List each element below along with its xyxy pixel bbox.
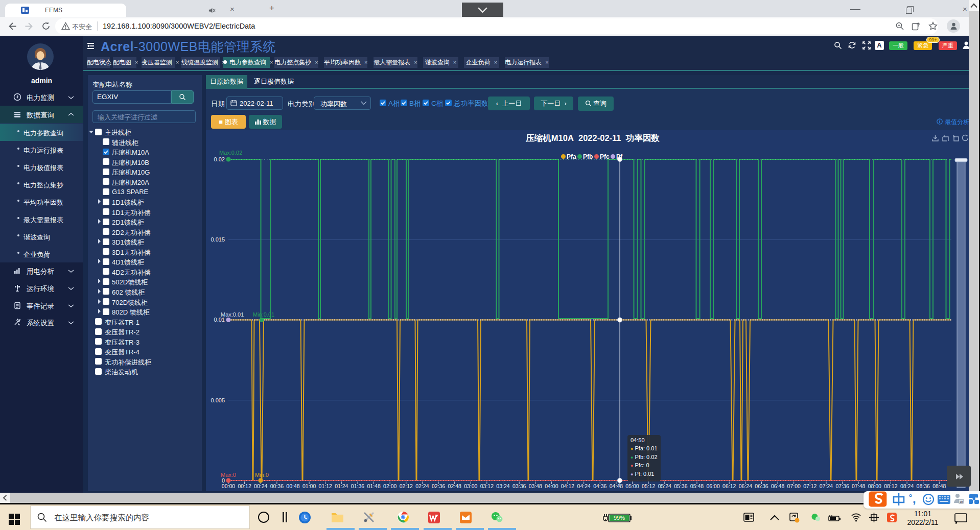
svg-text:08:12: 08:12 <box>884 483 897 489</box>
svg-text:03:00: 03:00 <box>464 483 477 489</box>
svg-text:06:24: 06:24 <box>739 483 752 489</box>
svg-text:0.005: 0.005 <box>211 397 225 403</box>
svg-text:Max:0: Max:0 <box>221 472 236 478</box>
svg-text:18: 18 <box>960 500 963 503</box>
svg-text:04:00: 04:00 <box>545 483 558 489</box>
svg-text:06:12: 06:12 <box>722 483 736 489</box>
svg-text:04:36: 04:36 <box>593 483 606 489</box>
svg-text:Min:0: Min:0 <box>255 472 269 478</box>
svg-text:Max:0.01: Max:0.01 <box>221 311 244 318</box>
svg-text:04:48: 04:48 <box>610 483 623 489</box>
svg-text:06:00: 06:00 <box>706 483 719 489</box>
svg-text:05:24: 05:24 <box>658 483 671 489</box>
svg-text:Min:0.01: Min:0.01 <box>253 311 274 318</box>
svg-text:08:48: 08:48 <box>932 483 946 489</box>
svg-text:03:12: 03:12 <box>480 483 494 489</box>
svg-text:01:00: 01:00 <box>302 483 316 489</box>
svg-text:08:24: 08:24 <box>900 483 914 489</box>
svg-text:02:12: 02:12 <box>400 483 413 489</box>
svg-text:00:12: 00:12 <box>238 483 251 489</box>
svg-text:04:24: 04:24 <box>577 483 591 489</box>
svg-text:0.015: 0.015 <box>211 236 225 243</box>
svg-text:00:48: 00:48 <box>286 483 299 489</box>
svg-text:08:36: 08:36 <box>917 483 930 489</box>
svg-text:02:24: 02:24 <box>415 483 429 489</box>
svg-text:01:12: 01:12 <box>319 483 332 489</box>
svg-text:Max:0.02: Max:0.02 <box>219 150 242 156</box>
svg-text:07:12: 07:12 <box>803 483 816 489</box>
svg-text:01:24: 01:24 <box>335 483 348 489</box>
svg-text:07:36: 07:36 <box>835 483 849 489</box>
svg-text:06:48: 06:48 <box>771 483 784 489</box>
svg-text:02:48: 02:48 <box>448 483 461 489</box>
svg-text:07:24: 07:24 <box>820 483 833 489</box>
svg-text:00:36: 00:36 <box>270 483 284 489</box>
svg-text:07:00: 07:00 <box>787 483 801 489</box>
svg-text:99%: 99% <box>614 515 625 521</box>
svg-text:00:00: 00:00 <box>222 483 235 489</box>
svg-text:05:00: 05:00 <box>625 483 639 489</box>
svg-text:03:36: 03:36 <box>512 483 526 489</box>
svg-text:00:24: 00:24 <box>254 483 267 489</box>
svg-text:01:36: 01:36 <box>351 483 364 489</box>
svg-text:0: 0 <box>222 477 225 484</box>
svg-text:01:48: 01:48 <box>367 483 380 489</box>
svg-text:03:48: 03:48 <box>529 483 542 489</box>
svg-text:05:12: 05:12 <box>642 483 655 489</box>
svg-text:02:00: 02:00 <box>383 483 396 489</box>
svg-text:08:00: 08:00 <box>868 483 881 489</box>
svg-text:06:36: 06:36 <box>755 483 768 489</box>
svg-text:02:36: 02:36 <box>432 483 445 489</box>
svg-text:05:48: 05:48 <box>690 483 704 489</box>
svg-text:0.02: 0.02 <box>214 156 225 162</box>
svg-text:03:24: 03:24 <box>496 483 509 489</box>
svg-text:05:36: 05:36 <box>674 483 687 489</box>
svg-text:07:48: 07:48 <box>852 483 865 489</box>
svg-text:04:12: 04:12 <box>561 483 574 489</box>
